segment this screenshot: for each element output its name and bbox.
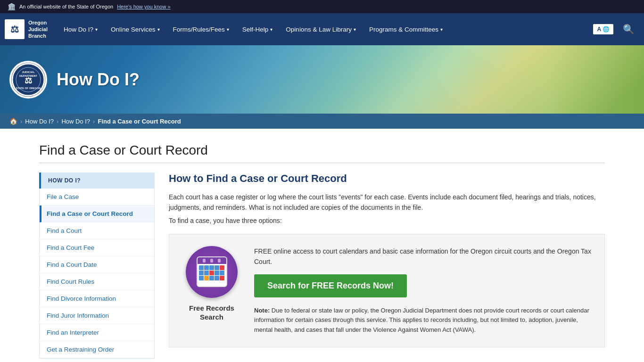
cal-cell: [215, 265, 219, 270]
search-button[interactable]: 🔍: [618, 22, 639, 37]
calendar-grid: [198, 264, 226, 282]
calendar-header: [198, 257, 226, 264]
sidebar-item-divorce[interactable]: Find Divorce Information: [40, 290, 154, 307]
nav-link-online-services[interactable]: Online Services ▾: [104, 13, 166, 45]
sidebar-nav: File a Case Find a Case or Court Record …: [39, 189, 155, 359]
sidebar-item-find-fee[interactable]: Find a Court Fee: [40, 239, 154, 256]
breadcrumb-sep: ›: [20, 118, 22, 125]
note-content: Due to federal or state law or policy, t…: [254, 307, 589, 334]
sidebar-item-find-case[interactable]: Find a Case or Court Record: [40, 206, 154, 222]
cal-cell: [220, 265, 224, 270]
cal-ring: [218, 259, 221, 263]
svg-text:⚖: ⚖: [25, 76, 32, 85]
svg-text:JUDICIAL: JUDICIAL: [22, 71, 35, 74]
sidebar-item-restraining[interactable]: Get a Restraining Order: [40, 341, 154, 358]
official-text: An official website of the State of Oreg…: [19, 4, 113, 9]
cal-cell: [204, 276, 209, 280]
cal-cell: [199, 271, 204, 275]
logo-icon: ⚖: [5, 19, 25, 39]
intro-paragraph: Each court has a case register or log wh…: [169, 192, 605, 213]
sidebar-heading: HOW DO I?: [39, 173, 155, 189]
page-content: Find a Case or Court Record HOW DO I? Fi…: [30, 129, 614, 362]
sidebar-item-find-date[interactable]: Find a Court Date: [40, 256, 154, 273]
breadcrumb-sep: ›: [57, 118, 58, 125]
cal-cell: [215, 271, 219, 275]
card-icon-section: Free RecordsSearch: [181, 246, 242, 322]
cal-rings: [203, 259, 221, 263]
calendar-icon: [186, 246, 238, 298]
note-text: Note: Due to federal or state law or pol…: [254, 306, 593, 335]
intro-sub: To find a case, you have three options:: [169, 217, 605, 224]
hero-title: How Do I?: [57, 70, 140, 90]
chevron-icon: ▾: [270, 27, 272, 32]
chevron-icon: ▾: [440, 27, 443, 32]
chevron-icon: ▾: [95, 27, 98, 32]
free-records-card: Free RecordsSearch FREE online access to…: [169, 234, 605, 347]
sidebar: HOW DO I? File a Case Find a Case or Cou…: [39, 173, 155, 359]
logo-text: Oregon Judicial Branch: [28, 19, 48, 40]
nav-link-howdoi[interactable]: How Do I? ▾: [57, 13, 104, 45]
svg-text:STATE OF OREGON: STATE OF OREGON: [16, 87, 41, 90]
cal-cell: [220, 271, 224, 275]
nav-link-selfhelp[interactable]: Self-Help ▾: [236, 13, 280, 45]
main-area: How to Find a Case or Court Record Each …: [169, 173, 605, 359]
cal-cell: [215, 276, 219, 280]
cal-cell: [204, 265, 209, 270]
card-icon-label: Free RecordsSearch: [189, 304, 234, 322]
nav-link-programs[interactable]: Programs & Committees ▾: [363, 13, 449, 45]
cal-cell: [199, 276, 204, 280]
chevron-icon: ▾: [354, 27, 356, 32]
translate-button[interactable]: A 🌐: [593, 24, 613, 34]
hero-banner: JUDICIAL DEPARTMENT STATE OF OREGON ⚖ Ho…: [0, 45, 644, 114]
breadcrumb: 🏠 › How Do I? › How Do I? › Find a Case …: [0, 114, 644, 129]
how-to-know-link[interactable]: Here's how you know »: [117, 4, 170, 9]
nav-link-forms[interactable]: Forms/Rules/Fees ▾: [166, 13, 236, 45]
cal-cell: [199, 265, 204, 270]
card-content: FREE online access to court calendars an…: [254, 246, 593, 335]
top-bar: 🏛️ An official website of the State of O…: [0, 0, 644, 13]
judicial-seal: JUDICIAL DEPARTMENT STATE OF OREGON ⚖: [9, 61, 47, 99]
note-label: Note:: [254, 307, 270, 314]
breadcrumb-sep: ›: [93, 118, 95, 125]
cal-ring: [203, 259, 206, 263]
breadcrumb-link-2[interactable]: How Do I?: [61, 118, 90, 125]
breadcrumb-link-1[interactable]: How Do I?: [25, 118, 54, 125]
oregon-flag-icon: 🏛️: [8, 3, 16, 10]
cal-cell: [204, 271, 209, 275]
cal-cell: [209, 276, 214, 280]
site-logo[interactable]: ⚖ Oregon Judicial Branch: [5, 19, 48, 40]
section-title: How to Find a Case or Court Record: [169, 173, 605, 185]
card-description: FREE online access to court calendars an…: [254, 246, 593, 267]
sidebar-item-file-a-case[interactable]: File a Case: [40, 189, 154, 206]
calendar-inner: [197, 256, 227, 287]
sidebar-item-find-court[interactable]: Find a Court: [40, 222, 154, 239]
breadcrumb-current: Find a Case or Court Record: [98, 118, 181, 125]
nav-links: How Do I? ▾ Online Services ▾ Forms/Rule…: [57, 13, 593, 45]
nav-link-opinions[interactable]: Opinions & Law Library ▾: [279, 13, 363, 45]
chevron-icon: ▾: [157, 27, 160, 32]
sidebar-item-interpreter[interactable]: Find an Interpreter: [40, 324, 154, 341]
page-title: Find a Case or Court Record: [39, 143, 605, 163]
home-icon[interactable]: 🏠: [9, 117, 17, 125]
cal-ring: [210, 259, 213, 263]
main-nav: ⚖ Oregon Judicial Branch How Do I? ▾ Onl…: [0, 13, 644, 45]
cal-cell: [220, 276, 224, 280]
cal-cell: [209, 271, 214, 275]
main-layout: HOW DO I? File a Case Find a Case or Cou…: [39, 173, 605, 359]
search-records-button[interactable]: Search for FREE Records Now!: [254, 274, 407, 297]
chevron-icon: ▾: [227, 27, 229, 32]
nav-right: A 🌐 🔍: [593, 22, 639, 37]
cal-cell: [209, 265, 214, 270]
sidebar-item-find-rules[interactable]: Find Court Rules: [40, 273, 154, 290]
sidebar-item-juror[interactable]: Find Juror Information: [40, 307, 154, 324]
